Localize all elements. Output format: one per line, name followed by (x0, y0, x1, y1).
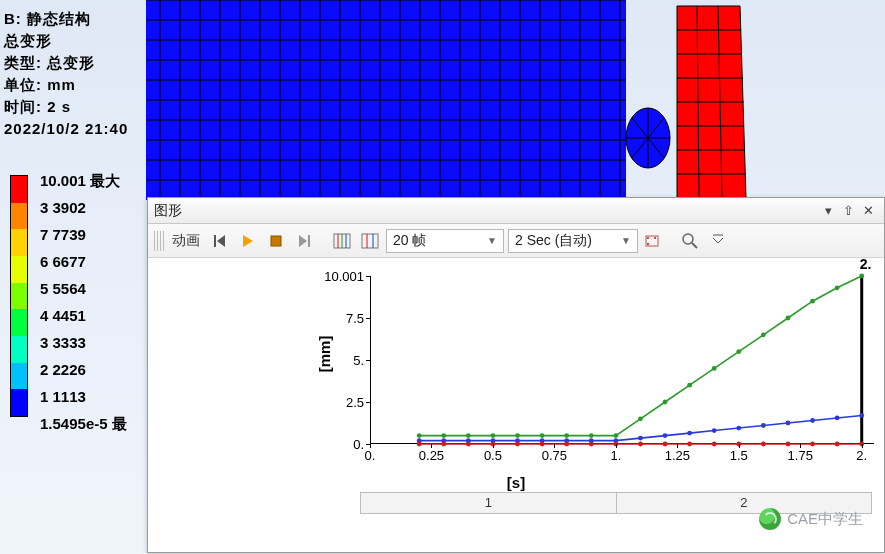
svg-point-71 (835, 416, 840, 421)
svg-rect-17 (214, 235, 216, 247)
last-frame-button[interactable] (292, 229, 316, 253)
wechat-icon (759, 508, 781, 530)
result-info-block: B: 静态结构 总变形 类型: 总变形 单位: mm 时间: 2 s 2022/… (4, 8, 128, 140)
result-time: 时间: 2 s (4, 96, 128, 118)
chart-annotation: 2. (860, 256, 872, 272)
svg-point-48 (736, 349, 741, 354)
svg-rect-28 (647, 237, 649, 239)
svg-point-90 (835, 442, 840, 447)
svg-rect-19 (308, 235, 310, 247)
svg-point-42 (589, 433, 594, 438)
svg-point-64 (663, 433, 668, 438)
legend-max: 10.001 最大 (40, 167, 127, 194)
result-unit: 单位: mm (4, 74, 128, 96)
animation-label: 动画 (172, 232, 200, 250)
svg-point-38 (491, 433, 496, 438)
svg-point-67 (736, 426, 741, 431)
svg-point-85 (712, 442, 717, 447)
svg-point-52 (835, 285, 840, 290)
svg-point-46 (687, 383, 692, 388)
svg-point-36 (441, 433, 446, 438)
zoom-button[interactable] (678, 229, 702, 253)
svg-point-82 (638, 442, 643, 447)
pin-icon[interactable]: ⇧ (838, 203, 858, 218)
svg-point-80 (589, 442, 594, 447)
close-icon[interactable]: ✕ (858, 203, 878, 218)
toolbar-overflow-button[interactable] (706, 229, 730, 253)
svg-point-40 (540, 433, 545, 438)
legend-min: 1.5495e-5 最 (40, 410, 127, 437)
svg-point-44 (638, 416, 643, 421)
svg-point-66 (712, 428, 717, 433)
legend-value: 3 3902 (40, 194, 127, 221)
analysis-title: B: 静态结构 (4, 8, 128, 30)
export-video-button[interactable] (642, 229, 666, 253)
svg-point-53 (859, 274, 864, 279)
svg-rect-30 (654, 237, 656, 239)
legend-value: 7 7739 (40, 221, 127, 248)
svg-point-87 (761, 442, 766, 447)
legend-value: 3 3333 (40, 329, 127, 356)
chart-ylabel: [mm] (316, 336, 333, 373)
svg-point-63 (638, 436, 643, 441)
svg-point-65 (687, 431, 692, 436)
toolbar-grip[interactable] (154, 231, 164, 251)
svg-point-68 (761, 423, 766, 428)
graph-panel: 图形 ▾ ⇧ ✕ 动画 20 帧▼ 2 Sec (自动)▼ [mm] [s] 2… (147, 197, 885, 553)
result-chart[interactable]: [mm] [s] 2. 0.2.55.7.510.0010.0.250.50.7… (148, 258, 884, 520)
svg-point-45 (663, 400, 668, 405)
legend-value: 2 2226 (40, 356, 127, 383)
svg-rect-29 (647, 243, 649, 245)
first-frame-button[interactable] (208, 229, 232, 253)
svg-rect-2 (146, 0, 626, 200)
legend-value: 6 6677 (40, 248, 127, 275)
frames-select[interactable]: 20 帧▼ (386, 229, 504, 253)
stop-button[interactable] (264, 229, 288, 253)
result-name: 总变形 (4, 30, 128, 52)
chevron-down-icon: ▼ (487, 235, 497, 246)
panel-title: 图形 (154, 202, 182, 220)
svg-point-51 (810, 299, 815, 304)
svg-point-41 (564, 433, 569, 438)
dropdown-icon[interactable]: ▾ (818, 203, 838, 218)
legend-value: 4 4451 (40, 302, 127, 329)
svg-point-77 (515, 442, 520, 447)
chart-xlabel: [s] (148, 474, 884, 491)
svg-point-72 (859, 413, 864, 418)
svg-point-69 (786, 421, 791, 426)
svg-rect-24 (362, 234, 378, 248)
svg-rect-18 (271, 236, 281, 246)
svg-point-39 (515, 433, 520, 438)
svg-point-70 (810, 418, 815, 423)
evenly-spaced-button[interactable] (358, 229, 382, 253)
step-tab[interactable]: 1 (361, 493, 617, 513)
play-button[interactable] (236, 229, 260, 253)
svg-point-37 (466, 433, 471, 438)
chevron-down-icon: ▼ (621, 235, 631, 246)
svg-point-75 (466, 442, 471, 447)
legend-value: 1 1113 (40, 383, 127, 410)
legend-value: 5 5564 (40, 275, 127, 302)
svg-point-47 (712, 366, 717, 371)
panel-header[interactable]: 图形 ▾ ⇧ ✕ (148, 198, 884, 224)
duration-select[interactable]: 2 Sec (自动)▼ (508, 229, 638, 253)
result-timestamp: 2022/10/2 21:40 (4, 118, 128, 140)
svg-point-43 (613, 433, 618, 438)
svg-point-35 (417, 433, 422, 438)
animation-toolbar: 动画 20 帧▼ 2 Sec (自动)▼ (148, 224, 884, 258)
svg-point-50 (786, 316, 791, 321)
distributed-frames-button[interactable] (330, 229, 354, 253)
result-type: 类型: 总变形 (4, 52, 128, 74)
svg-point-49 (761, 332, 766, 337)
svg-line-32 (692, 243, 697, 248)
watermark: CAE中学生 (759, 508, 863, 530)
svg-point-31 (683, 234, 693, 244)
